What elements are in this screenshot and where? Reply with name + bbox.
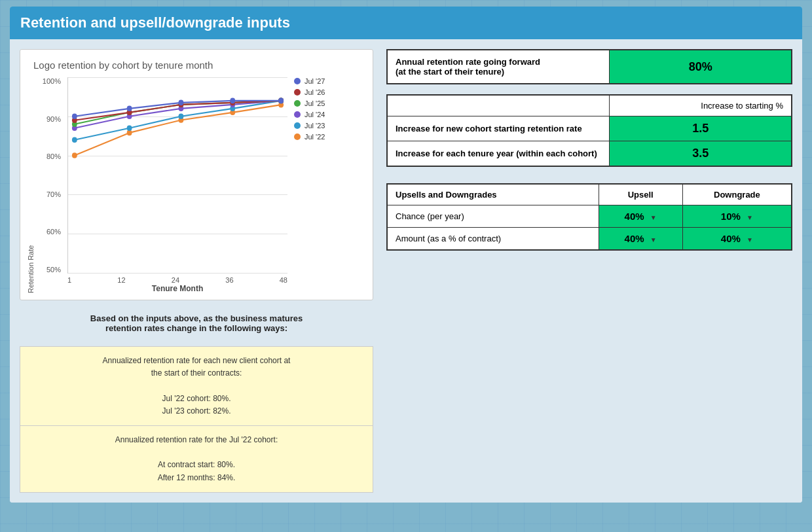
chart-title: Logo retention by cohort by tenure month [27,60,366,71]
summary-heading-text: Based on the inputs above, as the busine… [90,313,303,333]
upsells-header-main: Upsells and Downgrades [387,184,599,205]
y-tick-50: 50% [38,266,64,274]
legend-label-jul23: Jul '23 [304,122,325,130]
increase-row-2-value[interactable]: 3.5 [610,141,792,167]
legend-item-jul22: Jul '22 [294,133,366,141]
svg-point-26 [127,106,132,112]
x-tick-12: 12 [117,276,125,284]
svg-point-27 [178,100,183,106]
content-area: Logo retention by cohort by tenure month… [10,39,802,503]
summary-heading: Based on the inputs above, as the busine… [20,310,373,336]
arr-row: Annual retention rate going forward(at t… [387,50,792,84]
page-header: Retention and upsell/downgrade inputs [10,7,802,39]
x-tick-36: 36 [225,276,233,284]
svg-point-7 [178,114,183,120]
upsells-row-1-downgrade[interactable]: 10% ▼ [682,205,792,228]
svg-point-28 [230,98,235,104]
plot-area [67,77,287,274]
grid-line-50 [68,273,287,274]
chart-inner: 100% 90% 80% 70% 60% 50% [38,77,366,293]
info-box-1: Annualized retention rate for each new c… [20,346,373,425]
upsells-row-1: Chance (per year) 40% ▼ 10% ▼ [387,205,792,228]
upsells-header-downgrade: Downgrade [682,184,792,205]
legend-dot-jul24 [294,111,301,118]
svg-point-0 [72,152,77,158]
legend-item-jul25: Jul '25 [294,99,366,107]
upsells-header-row: Upsells and Downgrades Upsell Downgrade [387,184,792,205]
x-tick-1: 1 [67,276,71,284]
upsells-table: Upsells and Downgrades Upsell Downgrade … [386,183,792,251]
left-panel: Logo retention by cohort by tenure month… [20,49,373,493]
increase-row-2: Increase for each tenure year (within ea… [387,141,792,167]
downgrade-amount-dropdown-icon[interactable]: ▼ [747,236,753,243]
svg-point-6 [127,125,132,131]
annual-retention-table: Annual retention rate going forward(at t… [386,49,792,84]
increase-header-label: Increase to starting % [610,95,792,116]
legend-dot-jul27 [294,78,301,84]
increase-header-row: Increase to starting % [387,95,792,116]
y-tick-100: 100% [38,77,64,85]
y-axis-label: Retention Rate [27,77,35,293]
upsells-row-2-label: Amount (as a % of contract) [387,228,599,251]
increase-row-1-value[interactable]: 1.5 [610,116,792,141]
x-axis-title: Tenure Month [67,284,287,293]
increase-row-1-label: Increase for new cohort starting retenti… [387,116,610,141]
legend-item-jul26: Jul '26 [294,88,366,96]
upsells-row-2-downgrade[interactable]: 40% ▼ [682,228,792,251]
downgrade-chance-dropdown-icon[interactable]: ▼ [747,214,753,221]
legend-label-jul25: Jul '25 [304,99,325,107]
increase-table: Increase to starting % Increase for new … [386,94,792,167]
arr-label: Annual retention rate going forward(at t… [387,50,610,84]
legend-dot-jul23 [294,122,301,129]
upsells-row-1-upsell[interactable]: 40% ▼ [599,205,682,228]
svg-point-5 [72,137,77,143]
upsells-header-upsell: Upsell [599,184,682,205]
svg-point-25 [72,114,77,120]
info-box-2: Annualized retention rate for the Jul '2… [20,425,373,493]
y-tick-90: 90% [38,115,64,123]
page-title: Retention and upsell/downgrade inputs [20,14,290,31]
chart-area: Retention Rate 100% 90% 80% 70% 60% 50% [27,77,366,293]
legend-dot-jul26 [294,89,301,96]
legend-item-jul27: Jul '27 [294,77,366,85]
legend-dot-jul22 [294,133,301,140]
arr-value[interactable]: 80% [610,50,792,84]
upsells-row-2-upsell[interactable]: 40% ▼ [599,228,682,251]
legend-label-jul22: Jul '22 [304,133,325,141]
legend-dot-jul25 [294,100,301,107]
legend-label-jul24: Jul '24 [304,111,325,118]
x-labels: 1 12 24 36 48 [67,276,287,284]
upsells-row-1-label: Chance (per year) [387,205,599,228]
main-container: Retention and upsell/downgrade inputs Lo… [10,7,802,503]
legend-label-jul26: Jul '26 [304,88,325,96]
upsells-row-2: Amount (as a % of contract) 40% ▼ 40% ▼ [387,228,792,251]
svg-point-29 [278,98,284,104]
increase-row-2-label: Increase for each tenure year (within ea… [387,141,610,167]
chart-legend: Jul '27 Jul '26 Jul '25 [294,77,366,141]
upsell-amount-dropdown-icon[interactable]: ▼ [650,236,657,243]
legend-item-jul24: Jul '24 [294,111,366,118]
y-tick-80: 80% [38,152,64,160]
y-ticks: 100% 90% 80% 70% 60% 50% [38,77,64,274]
increase-header-empty [387,95,610,116]
upsell-chance-dropdown-icon[interactable]: ▼ [650,214,657,221]
chart-svg [68,77,287,273]
info-box-2-text: Annualized retention rate for the Jul '2… [115,435,278,482]
right-panel: Annual retention rate going forward(at t… [386,49,792,493]
y-tick-70: 70% [38,190,64,198]
legend-item-jul23: Jul '23 [294,122,366,130]
legend-label-jul27: Jul '27 [304,77,325,85]
chart-box: Logo retention by cohort by tenure month… [20,49,373,300]
x-tick-48: 48 [280,276,287,284]
x-tick-24: 24 [172,276,179,284]
y-tick-60: 60% [38,228,64,236]
increase-row-1: Increase for new cohort starting retenti… [387,116,792,141]
info-box-1-text: Annualized retention rate for each new c… [103,356,291,416]
info-boxes: Annualized retention rate for each new c… [20,346,373,493]
